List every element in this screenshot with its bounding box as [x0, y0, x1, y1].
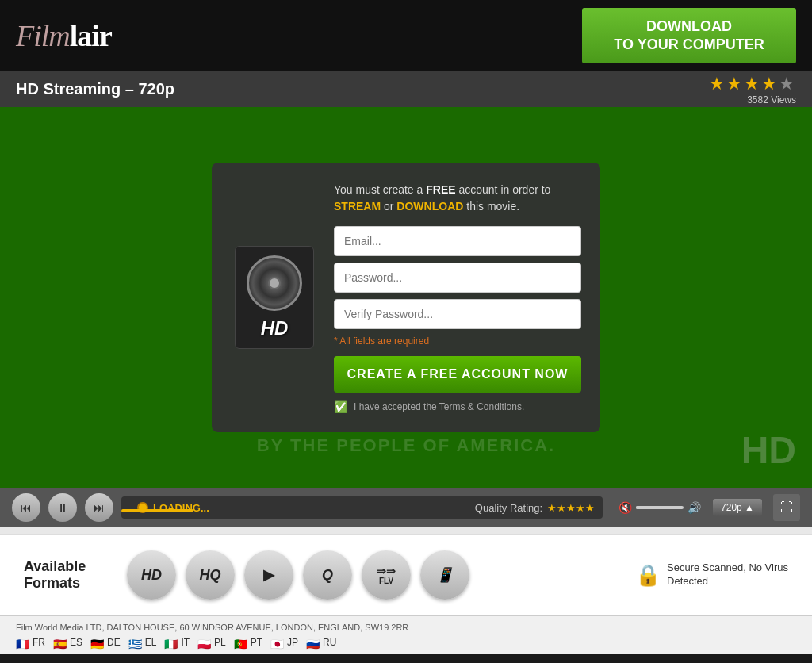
- volume-max-icon: 🔊: [688, 501, 701, 514]
- lang-es[interactable]: 🇪🇸ES: [53, 637, 82, 648]
- volume-slider[interactable]: [636, 506, 684, 509]
- language-flags: 🇫🇷FR 🇪🇸ES 🇩🇪DE 🇬🇷EL 🇮🇹IT 🇵🇱PL 🇵🇹PT 🇯🇵JP …: [16, 637, 796, 648]
- bottom-bar: [0, 527, 812, 534]
- hd-watermark: HD: [741, 428, 796, 472]
- download-button[interactable]: DOWNLOAD TO YOUR COMPUTER: [582, 8, 796, 64]
- views-count: 3582 Views: [747, 94, 796, 105]
- download-highlight: DOWNLOAD: [396, 200, 463, 213]
- fullscreen-button[interactable]: ⛶: [773, 494, 800, 521]
- format-q-button[interactable]: Q: [303, 550, 352, 600]
- progress-fill: [121, 509, 193, 512]
- format-hq-button[interactable]: HQ: [186, 550, 235, 600]
- secure-text: Secure Scanned, No VirusDetected: [667, 561, 788, 588]
- modal-description: You must create a FREE account in order …: [334, 182, 581, 215]
- logo-film: Film: [16, 19, 70, 52]
- volume-area: 🔇 🔊: [619, 501, 701, 514]
- password-input[interactable]: [334, 263, 581, 293]
- secure-area: 🔒 Secure Scanned, No VirusDetected: [635, 561, 788, 588]
- film-reel-icon: HD: [235, 246, 314, 349]
- modal-right: You must create a FREE account in order …: [334, 182, 581, 413]
- star-rating: ★★★★★: [709, 74, 796, 94]
- format-play-button[interactable]: ▶: [244, 550, 293, 600]
- reel-circle: [247, 255, 302, 311]
- lang-pt[interactable]: 🇵🇹PT: [234, 637, 262, 648]
- mute-icon: 🔇: [619, 501, 632, 514]
- logo-lair: lair: [70, 19, 112, 52]
- flv-arrow: ⇒⇒: [377, 565, 396, 577]
- required-note: * All fields are required: [334, 335, 581, 347]
- format-mobile-button[interactable]: 📱: [420, 550, 469, 600]
- pause-button[interactable]: ⏸: [48, 493, 77, 522]
- lang-de[interactable]: 🇩🇪DE: [90, 637, 121, 648]
- progress-bar[interactable]: LOADING... Quality Rating: ★★★★★: [121, 496, 603, 519]
- rating-area: ★★★★★ 3582 Views: [709, 74, 796, 105]
- create-account-button[interactable]: CREATE A FREE ACCOUNT NOW: [334, 356, 581, 393]
- format-hd-button[interactable]: HD: [127, 550, 176, 600]
- volume-fill: [636, 506, 662, 509]
- verify-password-input[interactable]: [334, 299, 581, 329]
- lang-jp[interactable]: 🇯🇵JP: [270, 637, 298, 648]
- formats-label: AvailableFormats: [24, 558, 111, 592]
- subheader: HD Streaming – 720p ★★★★★ 3582 Views: [0, 71, 812, 107]
- quality-rating: Quality Rating: ★★★★★: [475, 502, 595, 514]
- logo: Filmlair: [16, 18, 112, 53]
- terms-row: ✅ I have accepted the Terms & Conditions…: [334, 400, 581, 413]
- prev-button[interactable]: ⏮: [12, 493, 40, 522]
- reel-center: [268, 277, 281, 289]
- flv-label: FLV: [379, 577, 393, 585]
- free-highlight: FREE: [426, 183, 455, 196]
- lang-ru[interactable]: 🇷🇺RU: [306, 637, 336, 648]
- lang-fr[interactable]: 🇫🇷FR: [16, 637, 45, 648]
- format-flv-button[interactable]: ⇒⇒ FLV: [362, 550, 411, 600]
- player-controls: ⏮ ⏸ ⏭ LOADING... Quality Rating: ★★★★★ 🔇…: [0, 488, 812, 527]
- lang-el[interactable]: 🇬🇷EL: [128, 637, 157, 648]
- formats-area: AvailableFormats HD HQ ▶ Q ⇒⇒ FLV 📱 🔒 Se…: [0, 534, 812, 615]
- streaming-title: HD Streaming – 720p: [16, 80, 174, 98]
- lang-pl[interactable]: 🇵🇱PL: [197, 637, 226, 648]
- lock-icon: 🔒: [635, 563, 661, 588]
- quality-stars: ★★★★★: [547, 502, 595, 514]
- quality-button[interactable]: 720p ▲: [713, 499, 762, 516]
- video-watermark: BY THE PEOPLE OF AMERICA.: [257, 435, 555, 456]
- email-input[interactable]: [334, 226, 581, 256]
- checkmark-icon: ✅: [334, 400, 347, 413]
- video-area: BY THE PEOPLE OF AMERICA. HD HD You must…: [0, 107, 812, 488]
- footer: Film World Media LTD, DALTON HOUSE, 60 W…: [0, 615, 812, 654]
- signup-modal: HD You must create a FREE account in ord…: [212, 163, 600, 432]
- company-info: Film World Media LTD, DALTON HOUSE, 60 W…: [16, 623, 796, 632]
- terms-text: I have accepted the Terms & Conditions.: [354, 401, 524, 412]
- hd-badge: HD: [261, 317, 289, 339]
- modal-left: HD: [231, 182, 318, 413]
- next-button[interactable]: ⏭: [85, 493, 113, 522]
- lang-it[interactable]: 🇮🇹IT: [164, 637, 190, 648]
- format-buttons: HD HQ ▶ Q ⇒⇒ FLV 📱: [127, 550, 619, 600]
- stream-highlight: STREAM: [334, 200, 381, 213]
- header: Filmlair DOWNLOAD TO YOUR COMPUTER: [0, 0, 812, 71]
